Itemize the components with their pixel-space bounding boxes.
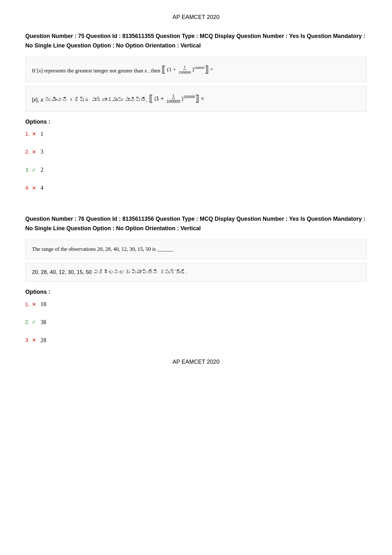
- question-75-meta: Question Number : 75 Question Id : 81356…: [25, 31, 367, 51]
- section-divider: [25, 201, 367, 214]
- q76-options-list: 1. ✕ 18 2. ✓ 38 3. ✕ 28: [25, 300, 367, 345]
- q76-option-1: 1. ✕ 18: [25, 300, 367, 309]
- q76-opt1-value: 18: [40, 300, 46, 309]
- question-76-body-te: 20, 28, 40, 12, 30, 15, 50 పరిశీలనలకు వ్…: [25, 263, 367, 282]
- q75-opt1-number: 1.: [25, 130, 29, 138]
- q75-opt3-icon: ✓: [31, 166, 37, 174]
- question-75-body-en: If [x] represents the greatest integer n…: [25, 57, 367, 82]
- header-title: AP EAMCET 2020: [173, 14, 219, 20]
- q75-opt4-number: 4.: [25, 184, 29, 192]
- q75-opt1-value: 1: [40, 130, 43, 139]
- q76-opt2-value: 38: [40, 318, 46, 327]
- q75-opt3-number: 3.: [25, 166, 29, 174]
- q76-opt2-number: 2.: [25, 318, 29, 326]
- q76-opt3-value: 28: [40, 336, 46, 345]
- q75-option-3: 3. ✓ 2: [25, 165, 367, 175]
- question-76-body-en: The range of the observations 20, 28, 40…: [25, 240, 367, 259]
- q76-opt1-number: 1.: [25, 300, 29, 309]
- question-76-meta: Question Number : 76 Question Id : 81356…: [25, 214, 367, 233]
- q75-option-4: 4. ✕ 4: [25, 183, 367, 193]
- q76-en-text: The range of the observations 20, 28, 40…: [32, 246, 173, 252]
- q75-formula-en: ⟦ (1 + 1 100000 )100000 ⟧ =: [162, 62, 213, 77]
- q75-option-2: 2. ✕ 3: [25, 147, 367, 157]
- q76-te-text: 20, 28, 40, 12, 30, 15, 50 పరిశీలనలకు వ్…: [32, 269, 187, 275]
- page-footer: AP EAMCET 2020: [25, 357, 367, 367]
- q75-en-text: If [x] represents the greatest integer n…: [32, 68, 213, 74]
- q75-opt3-value: 2: [40, 165, 43, 175]
- q75-opt4-icon: ✕: [31, 184, 37, 192]
- q76-opt3-icon: ✕: [31, 336, 37, 344]
- q75-opt2-icon: ✕: [31, 148, 37, 156]
- page-header: AP EAMCET 2020: [25, 13, 367, 22]
- question-75-body-te: [x], x ను మించని గరిష్ఠ పూర్ణాంకమును సూచ…: [25, 86, 367, 111]
- q76-opt1-icon: ✕: [31, 300, 37, 309]
- q76-meta-text: Question Number : 76 Question Id : 81356…: [25, 216, 365, 232]
- q75-opt1-icon: ✕: [31, 130, 37, 138]
- q76-option-2: 2. ✓ 38: [25, 318, 367, 327]
- q75-opt2-number: 2.: [25, 148, 29, 156]
- q75-option-1: 1. ✕ 1: [25, 130, 367, 139]
- q75-meta-text: Question Number : 75 Question Id : 81356…: [25, 33, 365, 49]
- q75-formula-te: ⟦ (1 + 1 100000 )100000 ⟧ =: [149, 91, 204, 107]
- q76-options-label: Options :: [25, 287, 367, 297]
- q76-option-3: 3. ✕ 28: [25, 336, 367, 345]
- footer-title: AP EAMCET 2020: [173, 359, 219, 365]
- q76-opt2-icon: ✓: [31, 318, 37, 326]
- q75-options-label: Options :: [25, 117, 367, 126]
- q75-opt4-value: 4: [40, 183, 43, 193]
- q76-opt3-number: 3.: [25, 336, 29, 344]
- q75-te-text: [x], x ను మించని గరిష్ఠ పూర్ణాంకమును సూచ…: [32, 97, 204, 103]
- q75-opt2-value: 3: [40, 147, 43, 157]
- q75-options-list: 1. ✕ 1 2. ✕ 3 3. ✓ 2 4. ✕ 4: [25, 130, 367, 193]
